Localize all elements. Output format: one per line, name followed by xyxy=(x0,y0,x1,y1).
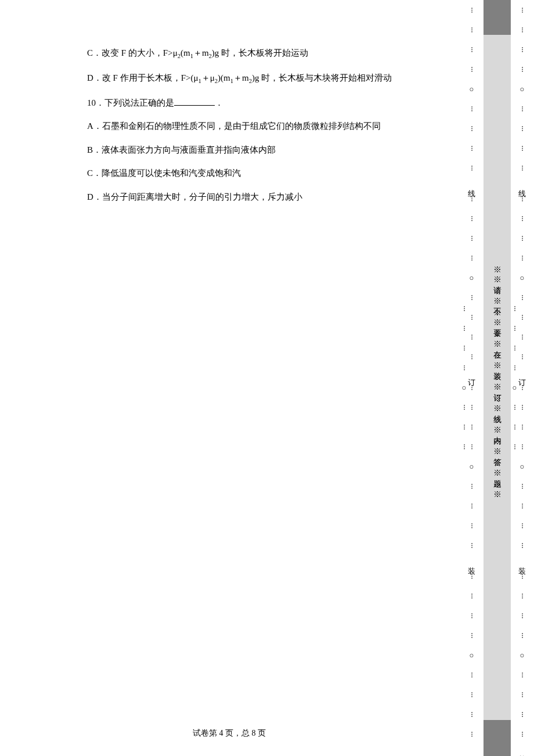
option-a: A．石墨和金刚石的物理性质不同，是由于组成它们的物质微粒排列结构不同 xyxy=(87,120,441,133)
answer-blank[interactable] xyxy=(174,97,215,106)
footer-prefix: 试卷第 xyxy=(193,729,219,737)
binding-pattern-outer: ⁝ ⁝ ⁝ ⁝ ○ ⁝ ⁝ ⁝ ⁝ 线 ⁝ ⁝ ⁝ ⁝ ○ ⁝ ⁝ ⁝ ⁝ 订 … xyxy=(511,0,526,756)
question-block: C．改变 F 的大小，F>μ2(m1＋m2)g 时，长木板将开始运动 D．改 F… xyxy=(87,46,441,203)
footer-total: 8 xyxy=(252,729,256,737)
text: (m xyxy=(181,48,190,57)
question-10-stem: 10．下列说法正确的是． xyxy=(87,96,441,110)
binding-strip-outer: ⁝ ⁝ ⁝ ⁝ ○ ⁝ ⁝ ⁝ ⁝ 线 ⁝ ⁝ ⁝ ⁝ ○ ⁝ ⁝ ⁝ ⁝ 订 … xyxy=(511,0,534,756)
footer-page: 4 xyxy=(219,729,223,737)
option-c: C．降低温度可以使未饱和汽变成饱和汽 xyxy=(87,167,441,180)
binding-pattern-inner: ⁝ ⁝ ⁝ ⁝ ○ ⁝ ⁝ ⁝ ⁝ 线 ⁝ ⁝ ⁝ ⁝ ○ ⁝ ⁝ ⁝ ⁝ 订 … xyxy=(460,0,475,756)
option-d-line: D．改 F 作用于长木板，F>(μ1＋μ2)(m1＋m2)g 时，长木板与木块将… xyxy=(87,71,441,86)
text: )(m xyxy=(218,73,230,82)
page-content: C．改变 F 的大小，F>μ2(m1＋m2)g 时，长木板将开始运动 D．改 F… xyxy=(0,0,459,756)
text: ＋m xyxy=(193,48,209,57)
gray-block-top xyxy=(484,0,511,35)
footer-mid: 页，总 xyxy=(223,729,252,737)
text: )g 时，长木板将开始运动 xyxy=(212,48,308,57)
gray-block-middle: ※※请※※不※※要※※在※※装※※订※※线※※内※※答※※题※※ xyxy=(484,35,511,720)
gray-block-bottom xyxy=(484,720,511,756)
text: C．改变 F 的大小，F>μ xyxy=(87,48,178,57)
text: )g 时，长木板与木块将开始相对滑动 xyxy=(252,73,392,82)
binding-warning-text: ※※请※※不※※要※※在※※装※※订※※线※※内※※答※※题※※ xyxy=(492,260,503,495)
option-c-line: C．改变 F 的大小，F>μ2(m1＋m2)g 时，长木板将开始运动 xyxy=(87,46,441,61)
text: ＋m xyxy=(233,73,249,82)
option-b: B．液体表面张力方向与液面垂直并指向液体内部 xyxy=(87,143,441,157)
text: ＋μ xyxy=(201,73,215,82)
page-footer: 试卷第 4 页，总 8 页 xyxy=(0,728,459,739)
text: 10．下列说法正确的是 xyxy=(87,98,174,107)
binding-strip-center: ※※请※※不※※要※※在※※装※※订※※线※※内※※答※※题※※ xyxy=(484,0,511,756)
binding-strip-inner: ⁝ ⁝ ⁝ ⁝ ○ ⁝ ⁝ ⁝ ⁝ 线 ⁝ ⁝ ⁝ ⁝ ○ ⁝ ⁝ ⁝ ⁝ 订 … xyxy=(460,0,484,756)
option-d: D．当分子间距离增大时，分子间的引力增大，斥力减小 xyxy=(87,190,441,204)
footer-suffix: 页 xyxy=(256,729,266,737)
text: D．改 F 作用于长木板，F>(μ xyxy=(87,73,199,82)
text: ． xyxy=(215,98,223,107)
